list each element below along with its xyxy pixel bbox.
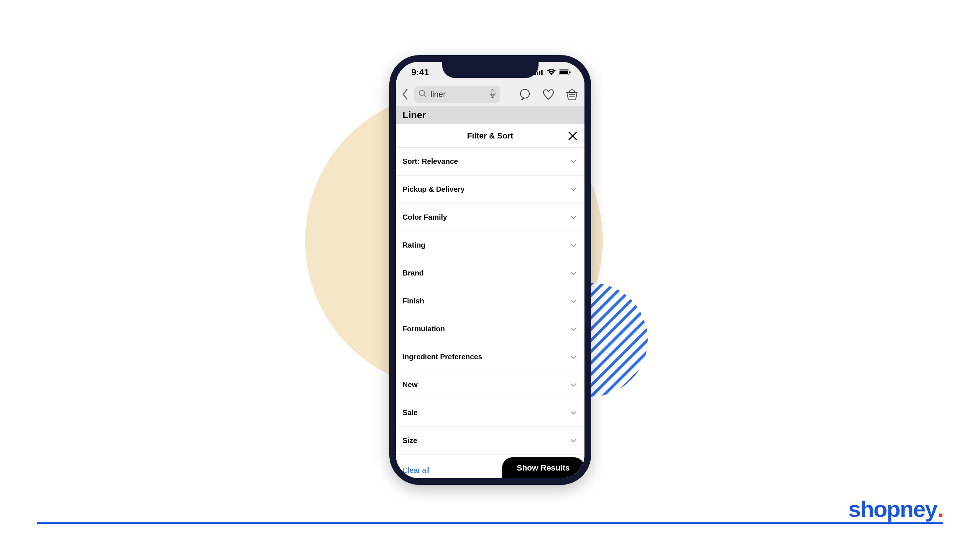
chevron-down-icon (570, 353, 577, 361)
search-query-text: liner (430, 90, 485, 99)
svg-rect-8 (570, 71, 571, 73)
chevron-down-icon (570, 186, 577, 193)
filter-row-rating[interactable]: Rating (396, 232, 584, 259)
search-bar: liner (396, 83, 584, 106)
filter-sort-title: Filter & Sort (467, 131, 514, 141)
svg-point-14 (520, 89, 529, 98)
chevron-down-icon (570, 409, 577, 416)
brand-logo: shopney. (848, 496, 943, 522)
filter-row-label: New (402, 381, 418, 389)
chevron-down-icon (570, 242, 577, 249)
chevron-down-icon (570, 270, 577, 277)
filter-row-color-family[interactable]: Color Family (396, 203, 584, 232)
category-header: Liner (396, 106, 584, 124)
back-button[interactable] (399, 87, 410, 102)
phone-screen: 9:41 liner (396, 62, 584, 478)
filter-row-size[interactable]: Size (396, 427, 584, 455)
filter-row-label: Pickup & Delivery (402, 185, 465, 194)
svg-rect-7 (560, 70, 568, 74)
filter-row-brand[interactable]: Brand (396, 259, 584, 287)
search-input[interactable]: liner (414, 86, 500, 103)
filter-sort-header: Filter & Sort (396, 124, 584, 148)
svg-line-10 (424, 95, 426, 97)
filter-row-ingredient-preferences[interactable]: Ingredient Preferences (396, 343, 584, 371)
show-results-label: Show Results (517, 463, 570, 472)
filter-row-label: Sale (402, 408, 418, 417)
chat-icon[interactable] (517, 87, 532, 102)
close-button[interactable] (565, 129, 580, 143)
filter-action-bar: Clear all Show Results (396, 455, 584, 478)
brand-name: shopney (848, 496, 937, 522)
status-time: 9:41 (411, 67, 429, 78)
svg-rect-4 (539, 71, 540, 75)
filter-row-label: Formulation (402, 325, 445, 333)
battery-icon (559, 70, 571, 75)
filter-row-label: Ingredient Preferences (402, 353, 482, 361)
phone-notch (442, 62, 539, 78)
filter-row-label: Finish (402, 297, 424, 305)
filter-row-new[interactable]: New (396, 371, 584, 399)
chevron-down-icon (570, 326, 577, 333)
filter-row-sort[interactable]: Sort: Relevance (396, 148, 584, 176)
svg-point-9 (419, 91, 425, 95)
footer-divider (37, 522, 943, 524)
brand-dot: . (938, 496, 943, 522)
chevron-down-icon (570, 437, 577, 445)
basket-icon[interactable] (565, 87, 579, 102)
filter-row-label: Sort: Relevance (402, 157, 458, 166)
microphone-icon[interactable] (489, 89, 496, 100)
filter-row-formulation[interactable]: Formulation (396, 315, 584, 343)
clear-all-link[interactable]: Clear all (402, 466, 430, 475)
chevron-down-icon (570, 214, 577, 221)
search-icon (419, 90, 427, 99)
chevron-down-icon (570, 158, 577, 165)
status-indicators (535, 70, 571, 75)
svg-rect-3 (537, 72, 538, 75)
heart-icon[interactable] (541, 87, 556, 102)
wifi-icon (547, 70, 556, 75)
show-results-button[interactable]: Show Results (502, 457, 584, 479)
filter-row-label: Size (402, 437, 417, 445)
chevron-down-icon (570, 297, 577, 305)
filter-row-label: Rating (402, 241, 425, 249)
filter-list: Sort: Relevance Pickup & Delivery Color … (396, 148, 584, 478)
filter-row-pickup-delivery[interactable]: Pickup & Delivery (396, 176, 584, 203)
category-title: Liner (402, 110, 426, 121)
filter-row-label: Brand (402, 269, 424, 277)
svg-rect-11 (491, 90, 494, 95)
filter-row-sale[interactable]: Sale (396, 399, 584, 427)
chevron-down-icon (570, 381, 577, 389)
filter-row-finish[interactable]: Finish (396, 287, 584, 315)
svg-rect-5 (541, 70, 542, 75)
phone-frame: 9:41 liner (389, 55, 591, 485)
filter-row-label: Color Family (402, 213, 447, 221)
